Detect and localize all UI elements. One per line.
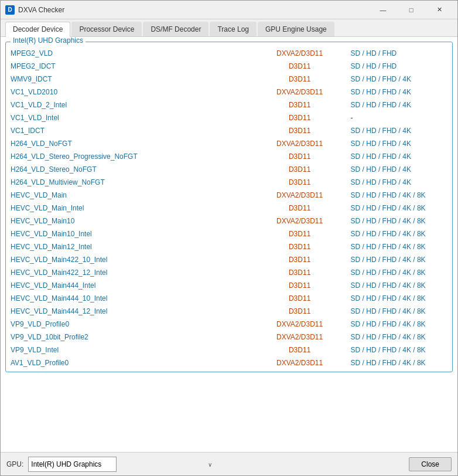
gpu-group: Intel(R) UHD Graphics MPEG2_VLDDXVA2/D3D…	[5, 42, 453, 372]
tab-bar: Decoder Device Processor Device DS/MF De…	[1, 19, 457, 37]
decoder-resolution: SD / HD / FHD / 4K	[348, 150, 450, 163]
decoder-api: DXVA2/D3D11	[251, 189, 348, 202]
decoder-api: D3D11	[251, 176, 348, 189]
decoder-api: DXVA2/D3D11	[251, 86, 348, 98]
main-content: Intel(R) UHD Graphics MPEG2_VLDDXVA2/D3D…	[1, 37, 457, 452]
decoder-row: HEVC_VLD_Main12_IntelD3D11SD / HD / FHD …	[8, 240, 450, 253]
gpu-label: GPU:	[6, 460, 23, 468]
maximize-button[interactable]: □	[398, 4, 425, 16]
decoder-name: HEVC_VLD_Main	[8, 189, 251, 202]
decoder-row: HEVC_VLD_Main444_10_IntelD3D11SD / HD / …	[8, 292, 450, 305]
decoder-api: D3D11	[251, 98, 348, 111]
gpu-select[interactable]: Intel(R) UHD Graphics	[28, 457, 117, 472]
decoder-resolution: SD / HD / FHD / 4K	[348, 98, 450, 111]
decoder-resolution: SD / HD / FHD / 4K / 8K	[348, 227, 450, 240]
decoder-api: D3D11	[251, 240, 348, 253]
decoder-api: D3D11	[251, 253, 348, 266]
tab-processor-device[interactable]: Processor Device	[71, 22, 142, 36]
decoder-row: HEVC_VLD_Main422_12_IntelD3D11SD / HD / …	[8, 266, 450, 279]
decoder-resolution: SD / HD / FHD	[348, 60, 450, 73]
decoder-table: MPEG2_VLDDXVA2/D3D11SD / HD / FHDMPEG2_I…	[8, 47, 450, 369]
decoder-api: D3D11	[251, 73, 348, 86]
tab-decoder-device[interactable]: Decoder Device	[5, 22, 70, 37]
decoder-api: DXVA2/D3D11	[251, 318, 348, 331]
decoder-resolution: SD / HD / FHD / 4K	[348, 124, 450, 137]
decoder-row: HEVC_VLD_Main_IntelD3D11SD / HD / FHD / …	[8, 202, 450, 215]
decoder-row: HEVC_VLD_Main422_10_IntelD3D11SD / HD / …	[8, 253, 450, 266]
decoder-row: MPEG2_IDCTD3D11SD / HD / FHD	[8, 60, 450, 73]
decoder-api: D3D11	[251, 292, 348, 305]
decoder-resolution: SD / HD / FHD / 4K / 8K	[348, 202, 450, 215]
decoder-row: VC1_VLD_IntelD3D11-	[8, 111, 450, 124]
decoder-resolution: SD / HD / FHD / 4K	[348, 137, 450, 150]
decoder-name: VP9_VLD_Intel	[8, 344, 251, 356]
decoder-api: D3D11	[251, 227, 348, 240]
decoder-resolution: SD / HD / FHD / 4K / 8K	[348, 318, 450, 331]
tab-gpu-engine-usage[interactable]: GPU Engine Usage	[258, 22, 334, 36]
app-icon: D	[5, 5, 15, 15]
decoder-api: D3D11	[251, 202, 348, 215]
decoder-row: AV1_VLD_Profile0DXVA2/D3D11SD / HD / FHD…	[8, 356, 450, 369]
decoder-name: H264_VLD_NoFGT	[8, 137, 251, 150]
close-window-button[interactable]: ✕	[426, 4, 453, 16]
decoder-resolution: SD / HD / FHD / 4K	[348, 176, 450, 189]
decoder-name: HEVC_VLD_Main444_10_Intel	[8, 292, 251, 305]
decoder-resolution: SD / HD / FHD / 4K	[348, 86, 450, 98]
decoder-row: WMV9_IDCTD3D11SD / HD / FHD / 4K	[8, 73, 450, 86]
decoder-name: VC1_VLD_2_Intel	[8, 98, 251, 111]
decoder-name: WMV9_IDCT	[8, 73, 251, 86]
decoder-name: HEVC_VLD_Main422_12_Intel	[8, 266, 251, 279]
decoder-api: D3D11	[251, 150, 348, 163]
decoder-name: MPEG2_VLD	[8, 47, 251, 60]
decoder-api: D3D11	[251, 279, 348, 292]
decoder-name: HEVC_VLD_Main_Intel	[8, 202, 251, 215]
decoder-name: VP9_VLD_10bit_Profile2	[8, 331, 251, 344]
decoder-name: HEVC_VLD_Main10	[8, 215, 251, 227]
decoder-row: VP9_VLD_10bit_Profile2DXVA2/D3D11SD / HD…	[8, 331, 450, 344]
decoder-api: DXVA2/D3D11	[251, 331, 348, 344]
title-bar: D DXVA Checker — □ ✕	[1, 1, 457, 19]
decoder-api: DXVA2/D3D11	[251, 137, 348, 150]
window-title: DXVA Checker	[18, 6, 370, 14]
decoder-name: HEVC_VLD_Main12_Intel	[8, 240, 251, 253]
decoder-api: D3D11	[251, 163, 348, 176]
decoder-api: D3D11	[251, 60, 348, 73]
decoder-name: HEVC_VLD_Main10_Intel	[8, 227, 251, 240]
decoder-api: D3D11	[251, 124, 348, 137]
decoder-resolution: SD / HD / FHD / 4K / 8K	[348, 356, 450, 369]
decoder-resolution: SD / HD / FHD / 4K / 8K	[348, 305, 450, 318]
decoder-api: D3D11	[251, 305, 348, 318]
decoder-api: D3D11	[251, 111, 348, 124]
tab-trace-log[interactable]: Trace Log	[210, 22, 257, 36]
decoder-name: VC1_VLD2010	[8, 86, 251, 98]
decoder-name: VC1_IDCT	[8, 124, 251, 137]
tab-dsmf-decoder[interactable]: DS/MF Decoder	[143, 22, 209, 36]
decoder-row: HEVC_VLD_Main10_IntelD3D11SD / HD / FHD …	[8, 227, 450, 240]
decoder-resolution: SD / HD / FHD / 4K / 8K	[348, 344, 450, 356]
decoder-row: H264_VLD_Stereo_NoFGTD3D11SD / HD / FHD …	[8, 163, 450, 176]
decoder-row: H264_VLD_Multiview_NoFGTD3D11SD / HD / F…	[8, 176, 450, 189]
decoder-resolution: SD / HD / FHD / 4K / 8K	[348, 266, 450, 279]
decoder-resolution: SD / HD / FHD / 4K / 8K	[348, 331, 450, 344]
decoder-name: VC1_VLD_Intel	[8, 111, 251, 124]
minimize-button[interactable]: —	[370, 4, 397, 16]
decoder-row: MPEG2_VLDDXVA2/D3D11SD / HD / FHD	[8, 47, 450, 60]
decoder-name: H264_VLD_Multiview_NoFGT	[8, 176, 251, 189]
decoder-resolution: SD / HD / FHD / 4K / 8K	[348, 292, 450, 305]
decoder-api: DXVA2/D3D11	[251, 47, 348, 60]
decoder-api: DXVA2/D3D11	[251, 356, 348, 369]
decoder-resolution: SD / HD / FHD / 4K / 8K	[348, 279, 450, 292]
close-button[interactable]: Close	[409, 457, 452, 471]
decoder-row: HEVC_VLD_Main444_12_IntelD3D11SD / HD / …	[8, 305, 450, 318]
decoder-name: AV1_VLD_Profile0	[8, 356, 251, 369]
decoder-row: VP9_VLD_Profile0DXVA2/D3D11SD / HD / FHD…	[8, 318, 450, 331]
decoder-resolution: -	[348, 111, 450, 124]
gpu-select-wrapper: Intel(R) UHD Graphics	[28, 457, 216, 472]
decoder-row: VP9_VLD_IntelD3D11SD / HD / FHD / 4K / 8…	[8, 344, 450, 356]
decoder-name: H264_VLD_Stereo_Progressive_NoFGT	[8, 150, 251, 163]
decoder-row: HEVC_VLD_Main10DXVA2/D3D11SD / HD / FHD …	[8, 215, 450, 227]
decoder-name: HEVC_VLD_Main444_12_Intel	[8, 305, 251, 318]
decoder-api: D3D11	[251, 344, 348, 356]
decoder-resolution: SD / HD / FHD / 4K / 8K	[348, 189, 450, 202]
bottom-bar: GPU: Intel(R) UHD Graphics Close	[1, 452, 457, 475]
